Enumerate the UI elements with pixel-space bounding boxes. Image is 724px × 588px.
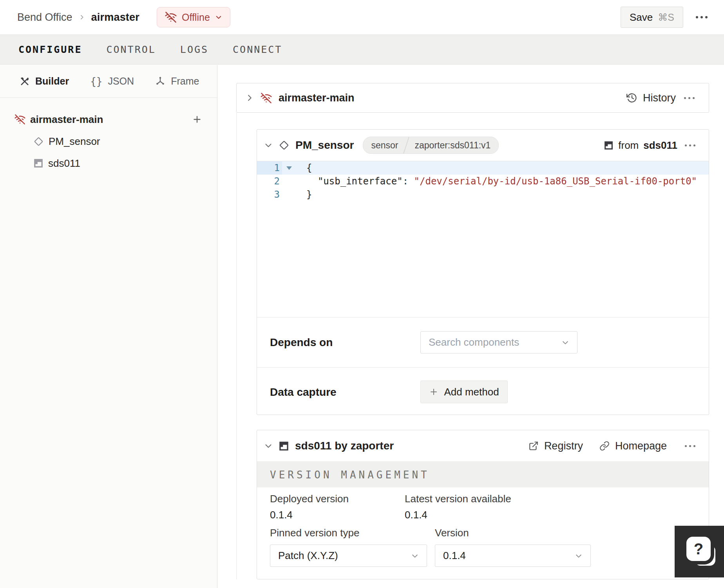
registry-link[interactable]: Registry <box>529 440 583 452</box>
tree-item-sds011[interactable]: sds011 <box>0 152 217 174</box>
add-method-label: Add method <box>444 386 499 398</box>
breadcrumb-location[interactable]: Bend Office <box>17 11 72 23</box>
latest-version-label: Latest version available <box>405 493 511 505</box>
header-overflow-menu-button[interactable] <box>694 12 709 22</box>
code-fold-arrow-icon[interactable] <box>282 161 296 175</box>
mode-frame[interactable]: Frame <box>155 76 199 87</box>
component-type-badge: sensor <box>363 137 406 153</box>
mode-builder-label: Builder <box>35 76 69 87</box>
chevron-down-icon <box>561 339 569 346</box>
help-button[interactable]: ? <box>675 526 724 577</box>
breadcrumb: Bend Office airmaster Offline <box>17 7 230 27</box>
depends-on-row: Depends on Search components <box>257 317 709 367</box>
code-line-content: } <box>296 188 312 201</box>
pinned-version-type-select[interactable]: Patch (X.Y.Z) <box>270 545 427 567</box>
save-button-label: Save <box>630 11 653 23</box>
component-card-pm-sensor: PM_sensor sensor zaporter:sds011:v1 from… <box>257 129 709 415</box>
chevron-down-icon[interactable] <box>264 141 273 150</box>
pinned-version-type-value: Patch (X.Y.Z) <box>278 550 338 562</box>
tools-icon <box>20 76 30 87</box>
breadcrumb-machine: airmaster <box>91 11 139 23</box>
external-link-icon <box>529 441 539 451</box>
part-title: airmaster-main <box>279 92 355 104</box>
offline-icon <box>165 11 177 23</box>
version-select[interactable]: 0.1.4 <box>435 545 591 567</box>
chevron-down-icon[interactable] <box>264 442 273 450</box>
module-card-sds011: sds011 by zaporter Registry Homepage <box>257 430 709 579</box>
tree-item-machine-part[interactable]: airmaster-main <box>0 108 217 130</box>
status-badge-label: Offline <box>182 12 210 23</box>
diamond-icon <box>33 136 44 147</box>
component-card-header: PM_sensor sensor zaporter:sds011:v1 from… <box>257 130 709 161</box>
tree-item-pm-sensor[interactable]: PM_sensor <box>0 130 217 152</box>
depends-on-placeholder: Search components <box>429 336 519 348</box>
chevron-down-icon <box>215 14 222 21</box>
machine-tabbar: CONFIGURE CONTROL LOGS CONNECT <box>0 34 724 65</box>
code-line-content: { <box>296 161 312 175</box>
version-management-content: Deployed version 0.1.4 Latest version av… <box>257 487 709 579</box>
chevron-right-icon[interactable] <box>245 94 254 102</box>
code-fold-spacer <box>282 188 296 201</box>
tab-connect[interactable]: CONNECT <box>233 44 282 55</box>
chevron-down-icon <box>411 552 419 560</box>
module-icon <box>604 141 614 150</box>
component-title: PM_sensor <box>295 139 354 152</box>
code-line[interactable]: 1{ <box>257 161 709 175</box>
from-prefix: from <box>618 139 639 152</box>
homepage-link[interactable]: Homepage <box>599 440 667 452</box>
mode-json[interactable]: {} JSON <box>90 76 134 87</box>
tab-logs[interactable]: LOGS <box>180 44 208 55</box>
code-lines: 1{2 "usb_interface": "/dev/serial/by-id/… <box>257 161 709 201</box>
code-line-number: 2 <box>257 175 282 188</box>
data-capture-row: Data capture Add method <box>257 367 709 417</box>
resource-tree: airmaster-main PM_sensor sds011 <box>0 98 217 174</box>
tab-control[interactable]: CONTROL <box>106 44 156 55</box>
tab-configure[interactable]: CONFIGURE <box>18 44 82 55</box>
history-icon <box>626 92 637 103</box>
add-method-button[interactable]: Add method <box>420 381 508 403</box>
history-label: History <box>643 92 676 104</box>
deployed-version-label: Deployed version <box>270 493 349 505</box>
attributes-code-editor[interactable]: 1{2 "usb_interface": "/dev/serial/by-id/… <box>257 161 709 317</box>
part-group-rail <box>236 113 237 579</box>
module-icon <box>279 441 289 451</box>
registry-label: Registry <box>544 440 583 452</box>
code-line-content: "usb_interface": "/dev/serial/by-id/usb-… <box>296 175 697 188</box>
top-header: Bend Office airmaster Offline Save ⌘S <box>0 0 724 34</box>
config-sidebar: Builder {} JSON Frame airmaster-main <box>0 65 217 588</box>
chevron-down-icon <box>575 552 583 560</box>
view-mode-switcher: Builder {} JSON Frame <box>0 65 217 98</box>
frame-axes-icon <box>155 76 165 87</box>
offline-icon <box>14 114 25 125</box>
code-line[interactable]: 2 "usb_interface": "/dev/serial/by-id/us… <box>257 175 709 188</box>
part-overflow-menu-button[interactable] <box>682 93 696 103</box>
code-line[interactable]: 3} <box>257 188 709 201</box>
tree-item-label: airmaster-main <box>30 114 103 126</box>
history-button[interactable]: History <box>626 92 676 104</box>
latest-version-value: 0.1.4 <box>405 509 427 521</box>
version-management-section-header: VERSION MANAGEMENT <box>257 462 709 487</box>
machine-status-badge[interactable]: Offline <box>157 7 230 27</box>
add-component-button[interactable] <box>190 112 205 127</box>
tree-item-label: PM_sensor <box>49 135 100 148</box>
from-module-link[interactable]: from sds011 <box>604 139 677 152</box>
depends-on-select[interactable]: Search components <box>420 331 577 354</box>
version-value: 0.1.4 <box>443 550 466 562</box>
part-card: airmaster-main History <box>236 83 709 113</box>
module-card-header: sds011 by zaporter Registry Homepage <box>257 430 709 462</box>
mode-builder[interactable]: Builder <box>20 76 69 87</box>
link-icon <box>599 441 610 451</box>
component-overflow-menu-button[interactable] <box>683 141 697 150</box>
module-title: sds011 by zaporter <box>295 440 394 452</box>
offline-icon <box>261 92 272 104</box>
from-module-name: sds011 <box>643 139 677 152</box>
version-label: Version <box>435 527 469 539</box>
mode-frame-label: Frame <box>171 76 199 87</box>
plus-icon <box>429 387 438 397</box>
module-overflow-menu-button[interactable] <box>683 441 697 451</box>
homepage-label: Homepage <box>615 440 667 452</box>
save-button[interactable]: Save ⌘S <box>621 7 683 28</box>
deployed-version-value: 0.1.4 <box>270 509 293 521</box>
module-icon <box>33 158 43 168</box>
breadcrumb-chevron-icon <box>79 14 85 20</box>
